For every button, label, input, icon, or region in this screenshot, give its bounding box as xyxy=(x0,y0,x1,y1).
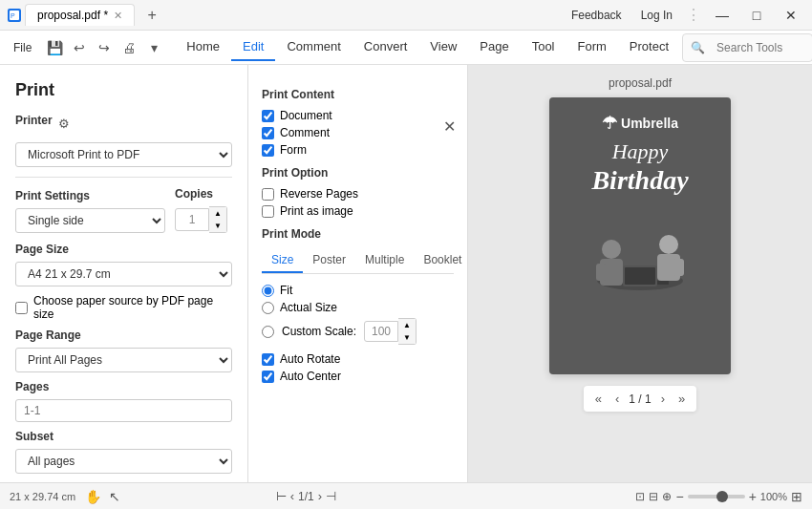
subset-select[interactable]: All pages xyxy=(15,449,232,474)
auto-rotate-checkbox-label[interactable]: Auto Rotate xyxy=(262,352,454,366)
preview-navigation: « ‹ 1 / 1 › » xyxy=(584,386,697,412)
minimize-button[interactable]: — xyxy=(709,2,736,29)
nav-comment[interactable]: Comment xyxy=(275,33,352,61)
page-display: 1 / 1 xyxy=(629,392,651,406)
select-tool-button[interactable]: ↖ xyxy=(107,487,122,506)
prev-page-button[interactable]: ‹ xyxy=(611,390,623,408)
file-menu[interactable]: File xyxy=(4,37,41,58)
form-checkbox-label[interactable]: Form xyxy=(262,143,454,157)
zoom-out-button[interactable]: − xyxy=(675,489,683,504)
maximize-button[interactable]: □ xyxy=(743,2,770,29)
scale-up-button[interactable]: ▲ xyxy=(398,319,416,331)
comment-checkbox-label[interactable]: Comment xyxy=(262,126,454,139)
tab-multiple[interactable]: Multiple xyxy=(355,248,414,273)
fit-radio[interactable] xyxy=(262,285,274,297)
scale-down-button[interactable]: ▼ xyxy=(398,331,416,344)
tab-poster[interactable]: Poster xyxy=(303,248,355,273)
more-button[interactable]: ▾ xyxy=(142,36,165,59)
fit-page-button[interactable]: ⊡ xyxy=(635,490,645,503)
page-range-select[interactable]: Print All Pages xyxy=(15,348,232,372)
subset-label: Subset xyxy=(15,430,232,443)
document-checkbox[interactable] xyxy=(262,110,274,122)
actual-size-radio[interactable] xyxy=(262,302,274,314)
hand-tool-button[interactable]: ✋ xyxy=(83,487,103,506)
printer-label: Printer xyxy=(15,114,53,127)
print-as-image-checkbox[interactable] xyxy=(262,205,274,218)
reverse-pages-checkbox-label[interactable]: Reverse Pages xyxy=(262,187,454,201)
close-panel-button[interactable]: ✕ xyxy=(443,117,456,136)
scale-value-input[interactable] xyxy=(364,321,398,342)
nav-edit[interactable]: Edit xyxy=(231,33,275,61)
tab-booklet[interactable]: Booklet xyxy=(414,248,468,273)
menu-bar: File 💾 ↩ ↪ 🖨 ▾ Home Edit Comment Convert… xyxy=(0,31,812,65)
feedback-button[interactable]: Feedback xyxy=(566,7,628,24)
close-tab-icon[interactable]: ✕ xyxy=(114,10,122,22)
zoom-slider[interactable] xyxy=(688,495,745,498)
active-tab[interactable]: proposal.pdf * ✕ xyxy=(25,4,135,26)
print-as-image-checkbox-label[interactable]: Print as image xyxy=(262,204,454,218)
bottom-next-page[interactable]: › xyxy=(318,489,322,503)
save-button[interactable]: 💾 xyxy=(43,36,66,59)
auto-center-checkbox[interactable] xyxy=(262,371,274,383)
document-checkbox-label[interactable]: Document xyxy=(262,109,454,122)
title-bar-left: P proposal.pdf * ✕ + xyxy=(8,2,165,29)
print-toolbar-button[interactable]: 🖨 xyxy=(118,36,140,59)
search-input[interactable] xyxy=(709,37,804,58)
bottom-first-page[interactable]: ⊢ xyxy=(276,489,287,503)
reverse-pages-checkbox[interactable] xyxy=(262,188,274,201)
pages-input[interactable] xyxy=(15,399,232,422)
next-page-button[interactable]: › xyxy=(657,390,669,408)
umbrella-text: Umbrella xyxy=(621,116,678,131)
copies-input-group: 1 ▲ ▼ xyxy=(175,206,232,233)
fit-width-button[interactable]: ⊟ xyxy=(649,490,658,503)
actual-size-label: Actual Size xyxy=(280,301,337,314)
print-settings-select[interactable]: Single side xyxy=(15,208,165,233)
auto-center-checkbox-label[interactable]: Auto Center xyxy=(262,370,454,383)
copies-down-button[interactable]: ▼ xyxy=(209,220,226,232)
select-zoom-button[interactable]: ⊕ xyxy=(662,490,672,503)
nav-convert[interactable]: Convert xyxy=(353,33,419,61)
fit-label: Fit xyxy=(280,284,292,297)
bottom-last-page[interactable]: ⊣ xyxy=(326,489,336,503)
nav-view[interactable]: View xyxy=(418,33,468,61)
umbrella-logo: ☂ Umbrella xyxy=(602,113,678,134)
paper-source-checkbox[interactable]: Choose paper source by PDF page size xyxy=(15,294,232,321)
printer-row: Printer ⚙ xyxy=(15,114,232,133)
close-button[interactable]: ✕ xyxy=(778,2,804,29)
bottom-prev-page[interactable]: ‹ xyxy=(290,489,294,503)
copies-field[interactable]: 1 xyxy=(175,208,209,231)
comment-checkbox[interactable] xyxy=(262,127,274,139)
paper-source-check[interactable] xyxy=(15,302,28,314)
form-label: Form xyxy=(280,143,307,157)
printer-select[interactable]: Microsoft Print to PDF xyxy=(15,142,232,167)
login-button[interactable]: Log In xyxy=(635,7,678,24)
nav-page[interactable]: Page xyxy=(468,33,520,61)
search-tools[interactable]: 🔍 xyxy=(682,33,812,62)
copies-up-button[interactable]: ▲ xyxy=(209,207,226,220)
page-size-select[interactable]: A4 21 x 29.7 cm xyxy=(15,262,232,286)
custom-scale-row: Custom Scale: ▲ ▼ xyxy=(262,318,454,345)
form-checkbox[interactable] xyxy=(262,144,274,157)
tab-title: proposal.pdf * xyxy=(37,9,108,22)
scale-input-group: ▲ ▼ xyxy=(364,318,417,345)
nav-home[interactable]: Home xyxy=(175,33,231,61)
undo-button[interactable]: ↩ xyxy=(68,36,91,59)
nav-protect[interactable]: Protect xyxy=(618,33,680,61)
orientation-row: Orientation 3↓ xyxy=(15,481,232,482)
nav-form[interactable]: Form xyxy=(566,33,618,61)
fit-radio-row: Fit xyxy=(262,284,454,297)
menu-toolbar: 💾 ↩ ↪ 🖨 ▾ xyxy=(43,36,165,59)
zoom-in-button[interactable]: + xyxy=(749,489,757,504)
nav-tool[interactable]: Tool xyxy=(521,33,566,61)
last-page-button[interactable]: » xyxy=(674,390,689,408)
tab-size[interactable]: Size xyxy=(262,248,303,273)
print-settings-panel: Print Printer ⚙ Microsoft Print to PDF P… xyxy=(0,65,248,482)
redo-button[interactable]: ↪ xyxy=(93,36,116,59)
first-page-button[interactable]: « xyxy=(591,390,606,408)
printer-settings-icon[interactable]: ⚙ xyxy=(58,117,70,131)
add-tab-button[interactable]: + xyxy=(139,2,165,29)
fullscreen-button[interactable]: ⊞ xyxy=(791,489,802,504)
custom-scale-radio[interactable] xyxy=(262,326,274,338)
zoom-level: 100% xyxy=(760,491,787,502)
auto-rotate-checkbox[interactable] xyxy=(262,353,274,366)
